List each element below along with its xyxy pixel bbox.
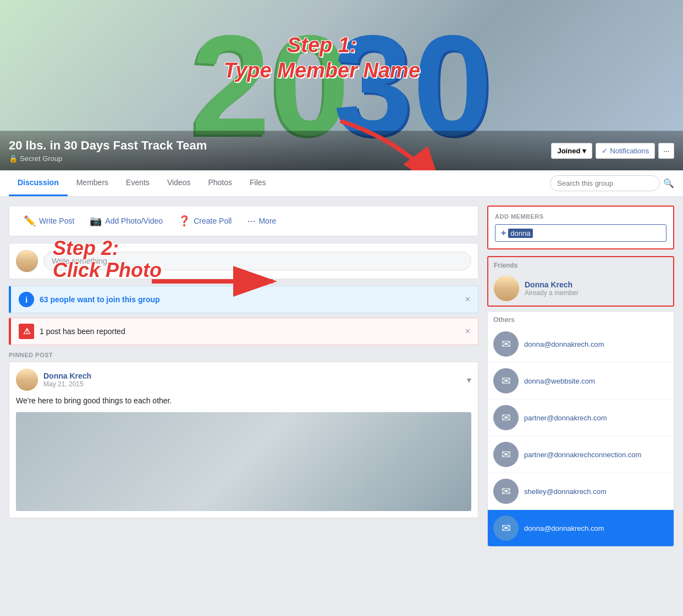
post-image [16,412,471,511]
pinned-post-card: Donna Krech May 21, 2015 ▾ We're here to… [9,362,478,518]
camera-icon: 📷 [90,215,102,227]
step2-line2: Click Photo [53,259,162,281]
reported-text: 1 post has been reported [40,327,125,336]
post-author-name: Donna Krech [43,371,91,380]
left-column: ✏️ Write Post 📷 Add Photo/Video ❓ Create… [9,206,478,547]
step2-overlay: Step 2: Click Photo [53,237,162,281]
pinned-post-label: PINNED POST [9,352,478,358]
joined-label: Joined [557,147,580,155]
step1-overlay: Step 1: Type Member Name [223,33,420,83]
tab-videos[interactable]: Videos [158,170,200,196]
friends-label: Friends [488,257,673,271]
email-item-4[interactable]: ✉ shelley@donnakrech.com [488,473,674,510]
group-info-text: 20 lbs. in 30 Days Fast Track Team 🔒 Sec… [9,138,207,163]
tab-events[interactable]: Events [117,170,158,196]
email-avatar-1: ✉ [493,368,519,393]
join-request-text: 63 people want to join this group [40,295,160,304]
post-author-avatar[interactable] [16,369,38,391]
email-item-1[interactable]: ✉ donna@webbsite.com [488,363,674,399]
joined-button[interactable]: Joined ▾ [551,143,592,159]
email-avatar-0: ✉ [493,331,519,357]
group-actions: Joined ▾ ✓ Notifications ··· [551,143,674,159]
lock-icon: 🔒 [9,154,18,163]
email-avatar-bottom: ✉ [493,515,519,541]
others-section: Others ✉ donna@donnakrech.com ✉ donna@we… [487,311,674,547]
step2-arrow [146,265,289,298]
info-icon: i [19,292,34,307]
tab-members[interactable]: Members [68,170,117,196]
search-icon: 🔍 [663,178,674,188]
more-options-button[interactable]: ··· [658,143,674,159]
write-post-label: Write Post [39,217,74,225]
dots-icon: ··· [663,147,669,155]
notifications-label: Notifications [610,147,649,155]
tab-discussion[interactable]: Discussion [9,170,68,196]
member-info: Donna Krech Already a member [525,280,579,297]
step1-line1: Step 1: [223,33,420,58]
action-bar: ✏️ Write Post 📷 Add Photo/Video ❓ Create… [9,206,478,236]
email-text-3: partner@donnakrechconnection.com [524,451,641,459]
post-author-info: Donna Krech May 21, 2015 [43,371,91,388]
user-avatar [16,250,38,272]
email-text-2: partner@donnakrech.com [524,414,607,422]
post-content: We're here to bring good things to each … [16,395,471,407]
add-photo-button[interactable]: 📷 Add Photo/Video [82,210,170,231]
group-search-input[interactable] [550,175,660,191]
group-type-label: Secret Group [20,154,62,163]
write-post-button[interactable]: ✏️ Write Post [16,210,82,231]
email-text-1: donna@webbsite.com [524,377,595,385]
poll-icon: ❓ [178,215,190,227]
email-text-4: shelley@donnakrech.com [524,487,607,496]
tab-photos[interactable]: Photos [199,170,241,196]
group-title: 20 lbs. in 30 Days Fast Track Team [9,138,207,153]
cover-photo: 20 30 Step 1: Type Member Name 20 lbs. i… [0,0,683,170]
warning-icon: ⚠ [19,324,34,339]
group-secret: 🔒 Secret Group [9,154,207,163]
step1-arrow [307,110,461,170]
add-members-title: ADD MEMBERS [495,213,667,220]
more-button[interactable]: ··· More [239,211,284,231]
member-item-donna[interactable]: Donna Krech Already a member [488,271,673,306]
nav-tabs: Discussion Members Events Videos Photos … [0,170,683,197]
plus-icon: + [501,228,506,238]
email-text-0: donna@donnakrech.com [524,340,604,348]
add-photo-label: Add Photo/Video [105,217,163,225]
more-icon: ··· [247,215,255,227]
pencil-icon: ✏️ [24,215,36,227]
donna-avatar [494,276,519,301]
add-members-input-field[interactable]: + donna [495,224,667,242]
email-text-bottom: donna@donnakrech.com [524,524,604,532]
step1-line2: Type Member Name [223,58,420,84]
banner-close-button[interactable]: × [465,295,470,304]
more-label: More [258,217,276,225]
email-avatar-4: ✉ [493,479,519,504]
banner-red-close-button[interactable]: × [465,326,470,336]
email-item-bottom[interactable]: ✉ donna@donnakrech.com [488,510,674,546]
email-item-2[interactable]: ✉ partner@donnakrech.com [488,399,674,436]
post-options-chevron[interactable]: ▾ [467,375,471,385]
member-name: Donna Krech [525,280,579,289]
reported-post-banner: ⚠ 1 post has been reported × [9,318,478,345]
nav-search-area: 🔍 [550,175,674,191]
checkmark-icon: ✓ [602,147,608,155]
step2-line1: Step 2: [53,237,162,259]
member-sub-text: Already a member [525,289,579,297]
post-header: Donna Krech May 21, 2015 ▾ [16,369,471,391]
email-avatar-3: ✉ [493,442,519,467]
post-date: May 21, 2015 [43,380,91,388]
create-poll-button[interactable]: ❓ Create Poll [170,210,239,231]
email-item-0[interactable]: ✉ donna@donnakrech.com [488,326,674,363]
joined-chevron-icon: ▾ [582,147,586,155]
right-column: ADD MEMBERS + donna Friends Donna Krech … [487,206,674,547]
email-avatar-2: ✉ [493,405,519,430]
create-poll-label: Create Poll [194,217,232,225]
tab-files[interactable]: Files [241,170,275,196]
email-item-3[interactable]: ✉ partner@donnakrechconnection.com [488,436,674,473]
friends-section: Friends Donna Krech Already a member [487,256,674,307]
write-post-area-wrapper: Step 2: Click Photo Write something... [9,243,478,279]
input-value-tag: donna [508,229,532,238]
others-label: Others [488,312,674,326]
add-members-box: ADD MEMBERS + donna [487,206,674,249]
notifications-button[interactable]: ✓ Notifications [596,143,655,159]
main-layout: ✏️ Write Post 📷 Add Photo/Video ❓ Create… [0,197,683,547]
